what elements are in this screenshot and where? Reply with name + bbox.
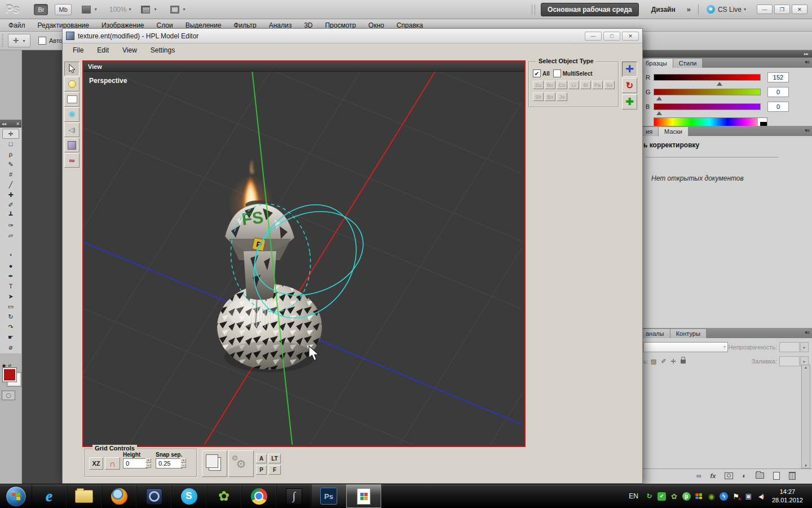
panel-menu-icon[interactable]: ▾≡	[805, 128, 809, 133]
nvidia-tray-icon[interactable]: ◉	[707, 492, 716, 501]
history-brush-tool[interactable]: ✑	[2, 220, 19, 230]
scale-button[interactable]: ✚	[622, 94, 637, 110]
volume-tray-icon[interactable]: ◀)	[756, 492, 766, 501]
path-select-tool[interactable]: ➤	[2, 291, 19, 301]
object-type-button[interactable]: Jo	[557, 93, 567, 101]
duplicate-button[interactable]	[202, 450, 227, 477]
taskbar-explorer[interactable]	[67, 484, 102, 508]
taskbar-skype[interactable]: S	[171, 484, 206, 508]
select-tool-button[interactable]	[64, 62, 80, 76]
lasso-tool[interactable]: ρ	[2, 149, 19, 159]
scroll-down-icon[interactable]: ▾	[805, 463, 807, 468]
cs-live-button[interactable]: ✱ CS Live ▾	[707, 5, 746, 14]
orbit-3d-tool[interactable]: ↷	[2, 322, 19, 332]
panel-menu-icon[interactable]: ▾≡	[805, 330, 809, 335]
snap-magnet-button[interactable]: ∩	[105, 457, 120, 470]
quick-select-tool[interactable]: ✎	[2, 159, 19, 169]
workspace-design-button[interactable]: Дизайн	[648, 5, 679, 14]
tab-masks[interactable]: Маски	[659, 127, 689, 136]
object-type-button[interactable]: Bo	[545, 81, 555, 89]
collapse-panel-icon[interactable]: ◂◂	[2, 121, 6, 126]
sync-tray-icon[interactable]: ↻	[645, 492, 654, 501]
snap-field[interactable]: 0.25	[156, 458, 183, 468]
spin-up-button[interactable]: +	[145, 458, 151, 463]
foreground-color-swatch[interactable]	[3, 368, 16, 382]
new-group-icon[interactable]	[756, 472, 764, 479]
filmstrip-button[interactable]: ▾	[78, 4, 100, 15]
slider-thumb[interactable]	[717, 79, 722, 86]
network-tray-icon[interactable]: ▣	[744, 492, 753, 501]
billboard-tool-button[interactable]	[64, 92, 80, 107]
action-center-tray-icon[interactable]: ⚑✕	[731, 492, 741, 501]
object-type-button[interactable]: Bi	[580, 81, 591, 89]
delete-layer-icon[interactable]	[789, 472, 796, 480]
healing-brush-tool[interactable]: ✚	[2, 190, 19, 200]
eyedropper-tool[interactable]: ╱	[2, 179, 19, 190]
punto-tray-icon[interactable]: ϟ	[720, 492, 728, 501]
opacity-field[interactable]	[779, 342, 800, 352]
dodge-tool[interactable]: ●	[2, 261, 19, 271]
taskbar-model-editor[interactable]	[346, 484, 381, 508]
rotate-3d-tool[interactable]: ↻	[2, 312, 19, 322]
spin-down-button[interactable]: −	[180, 463, 186, 468]
pen-tool[interactable]: ✒	[2, 271, 19, 281]
red-value[interactable]: 152	[767, 72, 789, 82]
light-tool-button[interactable]	[64, 77, 80, 91]
viewport[interactable]: View	[82, 60, 526, 447]
menu-item[interactable]: View	[116, 43, 144, 56]
menu-item[interactable]: Файл	[2, 19, 32, 31]
close-button[interactable]: ✕	[792, 5, 807, 14]
lock-position-icon[interactable]: ✛	[670, 358, 676, 365]
collapse-dock-icon[interactable]: ▸▸	[804, 51, 809, 56]
type-tool[interactable]: T	[2, 281, 19, 291]
translate-button[interactable]: ✛	[622, 62, 637, 77]
panel-scrollbar[interactable]: ▴ ▾	[801, 365, 810, 468]
sound-tool-button[interactable]: ◁)	[64, 122, 80, 137]
lock-transparency-icon[interactable]: ▨	[651, 358, 656, 365]
clone-stamp-tool[interactable]: ┻	[2, 210, 19, 220]
particle-tool-button[interactable]: ❋	[64, 107, 80, 122]
minimize-button[interactable]: —	[585, 32, 602, 41]
object-type-button[interactable]: Sh	[533, 93, 544, 101]
grid-plane-button[interactable]: XZ	[89, 457, 103, 470]
crop-tool[interactable]: #	[2, 169, 19, 179]
shape-tool[interactable]: ▭	[2, 301, 19, 312]
brush-tool[interactable]: ✐	[2, 200, 19, 210]
fill-field[interactable]	[779, 356, 800, 366]
toggle-lt-button[interactable]: LT	[268, 454, 281, 463]
maximize-button[interactable]: □	[603, 32, 620, 41]
spin-up-button[interactable]: +	[180, 458, 186, 463]
opacity-arrow-icon[interactable]: ▸	[800, 342, 809, 352]
multiselect-checkbox[interactable]	[553, 69, 561, 77]
slider-thumb[interactable]	[656, 94, 662, 100]
camera-mode-label[interactable]: Perspective	[89, 77, 127, 85]
blue-value[interactable]: 0	[767, 102, 789, 112]
icq-tray-icon[interactable]: ✿	[669, 492, 679, 501]
blur-tool[interactable]: ❛	[2, 251, 19, 261]
workspace-overflow-chevron[interactable]: »	[687, 5, 690, 14]
rotate-button[interactable]: ↻	[622, 78, 637, 93]
slider-thumb[interactable]	[656, 108, 662, 115]
close-button[interactable]: ✕	[622, 32, 639, 41]
taskbar-icq[interactable]: ✿	[206, 484, 241, 508]
minimize-button[interactable]: —	[757, 5, 773, 14]
object-type-button[interactable]: So	[604, 81, 615, 89]
all-checkbox[interactable]: ✔	[533, 69, 541, 77]
current-tool-button[interactable]: ✛ ▾	[8, 34, 30, 47]
menu-item[interactable]: Settings	[144, 43, 182, 56]
toggle-p-button[interactable]: P	[256, 465, 267, 475]
link-layers-icon[interactable]: ∞	[696, 472, 701, 480]
gradient-tool[interactable]	[2, 240, 19, 251]
toggle-a-button[interactable]: A	[256, 454, 267, 463]
menu-item[interactable]: Edit	[90, 43, 116, 56]
tab-channels[interactable]: аналы	[640, 329, 670, 338]
taskbar-photoshop[interactable]: Ps	[311, 484, 346, 508]
viewport-3d-scene[interactable]: FS P	[83, 72, 522, 445]
language-indicator[interactable]: EN	[625, 492, 642, 500]
body-tool-button[interactable]	[64, 138, 80, 152]
lock-paint-icon[interactable]: ✐	[661, 358, 666, 365]
settings-gears-button[interactable]: ⚙⚙	[228, 450, 254, 477]
hpl-titlebar[interactable]: texture.ent(modified) - HPL Model Editor…	[63, 29, 642, 43]
zoom-tool[interactable]: ⌀	[2, 342, 19, 352]
close-panel-icon[interactable]: ✕	[16, 121, 20, 126]
